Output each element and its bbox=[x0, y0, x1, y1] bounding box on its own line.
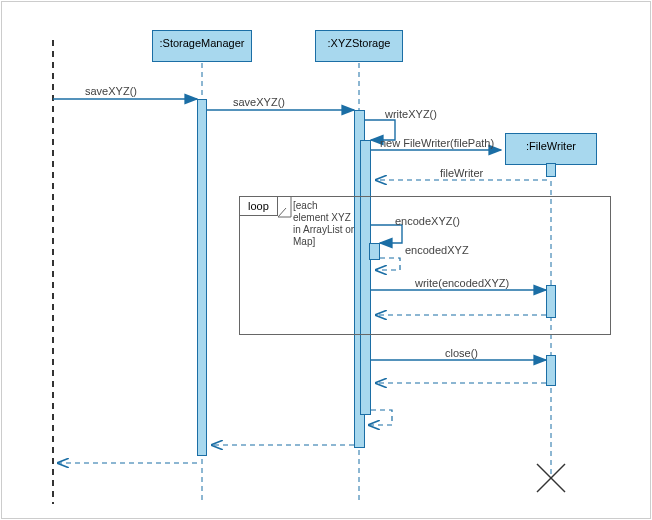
participant-xyzstorage: :XYZStorage bbox=[315, 30, 403, 62]
msg-newfilewriter: new FileWriter(filePath) bbox=[380, 137, 494, 149]
activation-fw-close bbox=[546, 355, 556, 386]
activation-sm bbox=[197, 99, 207, 456]
loop-tab-notch bbox=[278, 196, 292, 218]
participant-label: :StorageManager bbox=[160, 37, 245, 49]
msg-writexyz: writeXYZ() bbox=[385, 108, 437, 120]
participant-storagemanager: :StorageManager bbox=[152, 30, 252, 62]
participant-filewriter: :FileWriter bbox=[505, 133, 597, 165]
msg-close: close() bbox=[445, 347, 478, 359]
msg-encodexyz: encodeXYZ() bbox=[395, 215, 460, 227]
loop-operator-label: loop bbox=[248, 200, 269, 212]
participant-label: :FileWriter bbox=[526, 140, 576, 152]
participant-label: :XYZStorage bbox=[328, 37, 391, 49]
msg-encodedxyz: encodedXYZ bbox=[405, 244, 469, 256]
loop-operator: loop bbox=[239, 196, 278, 216]
msg-filewriter-return: fileWriter bbox=[440, 167, 483, 179]
loop-guard: [each element XYZ in ArrayList or Map] bbox=[293, 200, 355, 248]
sequence-diagram: :StorageManager :XYZStorage :FileWriter … bbox=[0, 0, 652, 520]
activation-fw-create bbox=[546, 163, 556, 177]
msg-savexyz-1: saveXYZ() bbox=[85, 85, 137, 97]
msg-write-encoded: write(encodedXYZ) bbox=[415, 277, 509, 289]
msg-savexyz-2: saveXYZ() bbox=[233, 96, 285, 108]
